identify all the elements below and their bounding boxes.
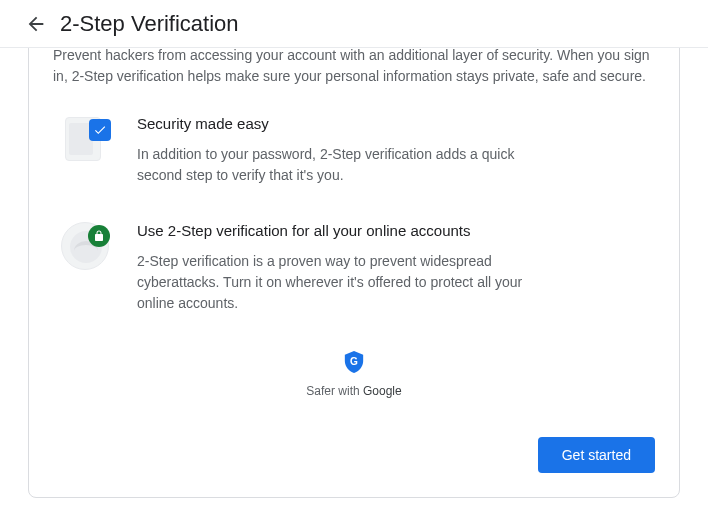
safer-badge: G Safer with Google (53, 350, 655, 398)
shield-g-icon: G (343, 350, 365, 378)
safer-brand: Google (363, 384, 402, 398)
safer-text: Safer with Google (53, 384, 655, 398)
svg-text:G: G (350, 356, 358, 367)
back-button[interactable] (16, 4, 56, 44)
checkmark-icon (93, 123, 107, 137)
device-check-icon (61, 115, 109, 163)
feature-heading: Security made easy (137, 115, 557, 132)
lock-icon (93, 230, 105, 242)
feature-body: In addition to your password, 2-Step ver… (137, 144, 557, 186)
cta-row: Get started (538, 437, 655, 473)
feature-all-accounts: Use 2-Step verification for all your onl… (53, 222, 655, 314)
header-bar: 2-Step Verification (0, 0, 708, 48)
arrow-back-icon (25, 13, 47, 35)
feature-heading: Use 2-Step verification for all your onl… (137, 222, 557, 239)
feature-security-easy: Security made easy In addition to your p… (53, 115, 655, 186)
feature-body: 2-Step verification is a proven way to p… (137, 251, 557, 314)
page-title: 2-Step Verification (60, 11, 239, 37)
content-card: Prevent hackers from accessing your acco… (28, 0, 680, 498)
get-started-button[interactable]: Get started (538, 437, 655, 473)
safer-prefix: Safer with (306, 384, 363, 398)
globe-lock-icon (61, 222, 109, 270)
